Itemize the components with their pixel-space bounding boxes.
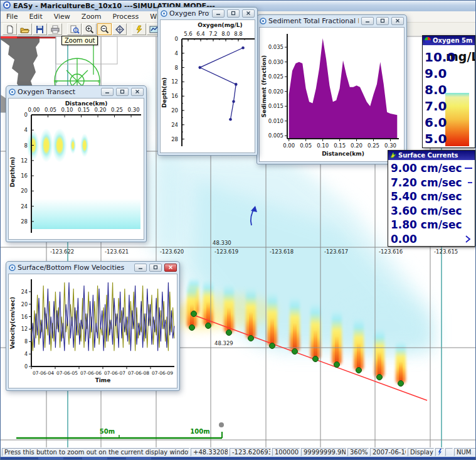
save-button[interactable] — [33, 23, 47, 35]
svg-text:-123.617: -123.617 — [324, 249, 348, 255]
svg-text:4: 4 — [175, 50, 178, 56]
data-point — [241, 46, 245, 50]
status-range: 99999999.9NM — [301, 448, 346, 456]
current-legend-row: 5.40 cm/sec — [388, 190, 475, 204]
current-speed-label: 7.20 cm/sec — [391, 176, 462, 189]
minimize-button[interactable] — [101, 88, 114, 96]
close-button[interactable] — [131, 88, 144, 96]
svg-text:07-06-09: 07-06-09 — [152, 370, 173, 376]
oxygen-profile-chart: 5.66.47.28.08.80481216202428Oxygen(mg/L)… — [161, 20, 255, 151]
minimize-button[interactable] — [361, 17, 374, 25]
svg-text:28: 28 — [21, 218, 28, 225]
legend-titlebar[interactable]: Oxygen 5m — [423, 36, 475, 45]
window-icon — [260, 15, 267, 27]
open-file-button[interactable] — [18, 23, 32, 35]
svg-text:0.020: 0.020 — [268, 88, 283, 95]
legend-icon — [425, 37, 431, 45]
svg-text:-123.621: -123.621 — [105, 249, 129, 255]
new-file-button[interactable] — [3, 23, 17, 35]
pan-button[interactable] — [112, 23, 127, 35]
maximize-button[interactable] — [149, 264, 162, 272]
svg-text:Distance(km): Distance(km) — [322, 151, 364, 157]
status-bolt-icon — [435, 448, 444, 456]
menu-zoom[interactable]: Zoom — [76, 11, 107, 22]
fish-cage-marker — [334, 362, 340, 368]
menu-view[interactable]: View — [48, 11, 76, 22]
svg-text:0.30: 0.30 — [128, 107, 140, 113]
current-legend-row: 3.60 cm/sec — [388, 204, 475, 218]
legend-titlebar[interactable]: Surface Currents — [388, 151, 475, 160]
data-point — [232, 100, 235, 103]
menu-file[interactable]: File — [1, 11, 23, 22]
svg-text:20: 20 — [21, 302, 28, 308]
legend-surface-currents: Surface Currents 9.00 cm/sec7.20 cm/sec5… — [388, 150, 475, 247]
svg-text:24: 24 — [21, 203, 28, 210]
window-titlebar[interactable]: Sediment Total Fractional Profile — [257, 15, 406, 26]
fish-cage-marker — [248, 336, 254, 341]
status-message: Press this button to zoom out on the cur… — [2, 448, 189, 456]
zoom-window-button[interactable] — [67, 23, 82, 35]
zoom-out-button[interactable] — [97, 23, 112, 35]
print-button[interactable] — [48, 23, 62, 35]
legend-title: Surface Currents — [398, 152, 458, 159]
status-scale: 100000 — [272, 448, 300, 456]
oxygen-blob — [70, 137, 76, 154]
current-speed-label: 9.00 cm/sec — [391, 162, 462, 174]
menu-process[interactable]: Process — [107, 11, 145, 22]
plume-core — [378, 351, 381, 375]
minimize-button[interactable] — [134, 264, 147, 272]
svg-text:0.25: 0.25 — [368, 142, 379, 149]
fish-cage-marker — [313, 356, 319, 362]
current-speed-label: 5.40 cm/sec — [391, 190, 462, 203]
svg-text:12: 12 — [21, 158, 28, 164]
status-zoom-percent: 360% — [347, 448, 369, 456]
oxygen-legend-value: 9.0 — [425, 65, 447, 82]
window-title: Sediment Total Fractional Profile — [268, 17, 359, 25]
svg-text:-123.622: -123.622 — [50, 249, 74, 255]
window-titlebar[interactable]: Oxygen Profile — [158, 8, 257, 19]
window-titlebar[interactable]: Oxygen Transect — [6, 86, 146, 97]
fish-cage-marker — [398, 381, 404, 387]
yellow-bolt-button[interactable] — [132, 23, 146, 35]
svg-text:8.8: 8.8 — [234, 31, 243, 37]
svg-text:0.25: 0.25 — [111, 107, 123, 113]
svg-text:0.10: 0.10 — [317, 142, 329, 149]
svg-text:12: 12 — [21, 326, 28, 332]
window-title: Oxygen Transect — [18, 88, 98, 96]
current-speed-label: 3.60 cm/sec — [391, 205, 462, 217]
fish-cage-marker — [377, 375, 383, 380]
color-gradient-bar — [445, 93, 469, 146]
sediment-chart: 0.000.050.100.150.200.250.300.0050.0100.… — [260, 28, 405, 160]
app-icon — [3, 1, 11, 11]
current-arrow-icon — [443, 235, 472, 243]
maximize-button[interactable] — [376, 17, 389, 25]
oxygen-legend-value: 6.0 — [425, 114, 447, 131]
menu-edit[interactable]: Edit — [23, 11, 48, 22]
svg-text:0.015: 0.015 — [268, 103, 283, 109]
svg-text:0.00: 0.00 — [28, 107, 40, 113]
window-oxygen-transect: Oxygen Transect 0.000.050.100.150.200.25… — [6, 85, 147, 242]
maximize-button[interactable] — [227, 9, 240, 18]
status-num-lock: NUM — [454, 448, 476, 456]
close-button[interactable] — [242, 9, 255, 18]
fish-cage-marker — [226, 330, 232, 336]
current-arrow-icon — [462, 178, 472, 187]
current-speed-label: 0.00 — [391, 233, 443, 245]
svg-text:0.05: 0.05 — [45, 107, 56, 113]
current-arrow-icon — [462, 206, 472, 215]
svg-text:Sediment (fraction): Sediment (fraction) — [261, 55, 267, 117]
svg-text:0.15: 0.15 — [78, 107, 90, 113]
maximize-button[interactable] — [116, 88, 129, 96]
svg-text:28: 28 — [171, 136, 178, 142]
legend-title: Oxygen 5m — [433, 37, 472, 44]
svg-text:W: W — [54, 79, 58, 83]
svg-text:-123.620: -123.620 — [160, 249, 184, 255]
window-titlebar[interactable]: Surface/Bottom Flow Velocities — [6, 262, 179, 273]
zoom-in-button[interactable] — [82, 23, 97, 35]
close-button[interactable] — [391, 17, 404, 25]
close-button[interactable] — [164, 264, 177, 272]
toolbar-separator — [63, 23, 66, 35]
window-icon — [9, 262, 16, 274]
minimize-button[interactable] — [212, 9, 225, 18]
svg-text:0: 0 — [175, 36, 178, 42]
